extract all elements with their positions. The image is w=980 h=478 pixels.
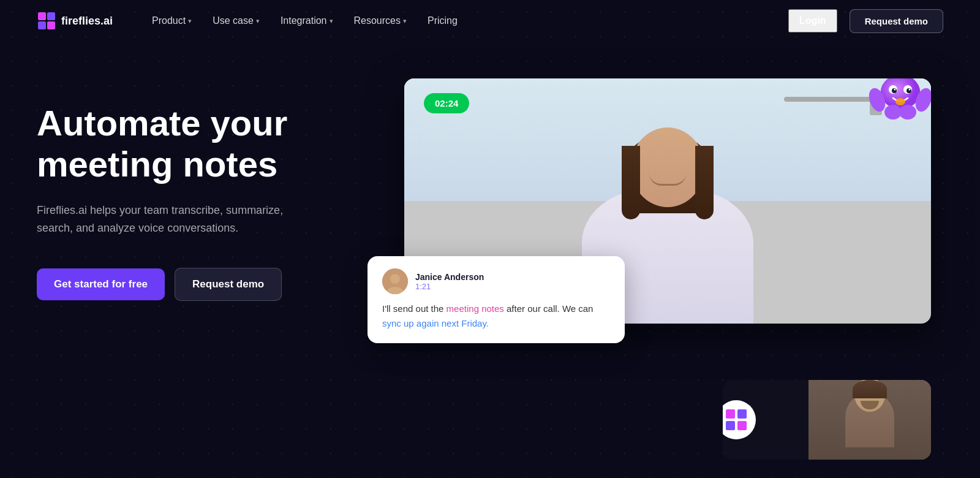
hero-section: Automate your meeting notes Fireflies.ai… [0, 42, 980, 478]
svg-rect-27 [737, 421, 747, 430]
highlight-meeting-notes: meeting notes [447, 303, 504, 314]
timer-badge: 02:24 [424, 93, 469, 113]
nav-integration[interactable]: Integration ▾ [272, 10, 342, 31]
hero-subtitle: Fireflies.ai helps your team transcribe,… [37, 202, 306, 237]
get-started-button[interactable]: Get started for free [37, 268, 165, 300]
chevron-down-icon: ▾ [403, 17, 407, 25]
logo[interactable]: fireflies.ai [37, 11, 113, 31]
nav-right: Login Request demo [788, 9, 943, 33]
chat-header: Janice Anderson 1:21 [382, 268, 610, 294]
chat-user-info: Janice Anderson 1:21 [415, 272, 484, 291]
bottom-person-video [809, 380, 931, 460]
nav-product[interactable]: Product ▾ [143, 10, 200, 31]
chat-avatar [382, 268, 408, 294]
chat-user-name: Janice Anderson [415, 272, 484, 282]
svg-rect-0 [38, 12, 46, 20]
svg-point-15 [909, 89, 911, 91]
svg-point-14 [894, 89, 896, 91]
robot-mascot [864, 78, 931, 140]
svg-point-19 [899, 105, 916, 120]
hero-title: Automate your meeting notes [37, 103, 355, 184]
chevron-down-icon: ▾ [256, 17, 260, 25]
robot-svg [864, 78, 931, 140]
svg-rect-25 [737, 409, 747, 419]
svg-rect-26 [726, 421, 735, 430]
chevron-down-icon: ▾ [330, 17, 333, 25]
bottom-card [723, 380, 931, 460]
brand-name: fireflies.ai [61, 15, 113, 28]
highlight-sync-up: sync up again next Friday. [382, 318, 489, 328]
nav-usecase[interactable]: Use case ▾ [204, 10, 268, 31]
login-button[interactable]: Login [788, 9, 837, 32]
chat-message: I'll send out the meeting notes after ou… [382, 302, 610, 331]
hero-right: 02:24 [355, 78, 943, 478]
navbar: fireflies.ai Product ▾ Use case ▾ Integr… [0, 0, 980, 42]
request-demo-button[interactable]: Request demo [175, 268, 282, 301]
hero-left: Automate your meeting notes Fireflies.ai… [37, 78, 355, 301]
chat-timestamp: 1:21 [415, 282, 484, 291]
svg-rect-1 [47, 12, 55, 20]
chat-card: Janice Anderson 1:21 I'll send out the m… [368, 256, 625, 343]
hero-buttons: Get started for free Request demo [37, 268, 355, 301]
svg-point-18 [884, 105, 902, 120]
svg-rect-24 [726, 409, 735, 419]
svg-rect-3 [47, 21, 55, 29]
request-demo-nav-button[interactable]: Request demo [850, 9, 943, 33]
fireflies-center-logo [723, 400, 756, 439]
logo-icon [37, 11, 56, 31]
svg-rect-2 [38, 21, 46, 29]
nav-resources[interactable]: Resources ▾ [345, 10, 415, 31]
nav-pricing[interactable]: Pricing [419, 10, 466, 31]
avatar-image [382, 268, 408, 294]
fireflies-logo-icon [724, 408, 748, 432]
svg-point-22 [390, 274, 400, 284]
chevron-down-icon: ▾ [188, 17, 192, 25]
nav-links: Product ▾ Use case ▾ Integration ▾ Resou… [143, 10, 788, 31]
svg-point-20 [895, 98, 905, 105]
